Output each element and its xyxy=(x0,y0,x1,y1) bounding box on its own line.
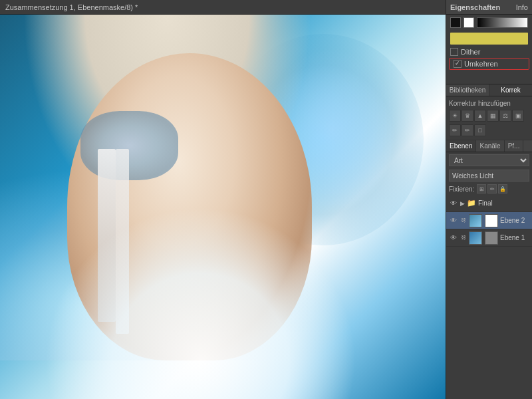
fix-icon-lock[interactable]: 🔒 xyxy=(498,184,507,194)
korrektur-icon-edit2[interactable]: ✏ xyxy=(462,124,473,136)
korrektur-icon-sun[interactable]: ☀ xyxy=(449,110,461,122)
umkehren-checkbox[interactable] xyxy=(454,60,462,68)
eigenschaften-title: Eigenschaften xyxy=(450,3,516,11)
layer-thumb-ebene1 xyxy=(469,231,482,245)
eye-icon-ebene2[interactable]: 👁 xyxy=(449,216,458,225)
umkehren-row: Umkehren xyxy=(449,58,529,70)
layer-item-ebene1[interactable]: 👁 ⛓ Ebene 1 xyxy=(446,229,532,247)
eigenschaften-panel: Eigenschaften Info Dither Umkehren xyxy=(446,0,532,84)
layer-mask-ebene2 xyxy=(485,214,498,227)
blend-mode-input[interactable] xyxy=(449,170,529,182)
tab-ebenen[interactable]: Ebenen xyxy=(446,140,476,152)
korrektur-icon-scale[interactable]: ⚖ xyxy=(499,110,511,122)
layer-name-final: Final xyxy=(478,200,529,207)
white-swatch[interactable] xyxy=(464,17,474,28)
jewel-mask xyxy=(80,111,178,180)
fix-icon-pen[interactable]: ✏ xyxy=(487,184,497,194)
tab-bibliotheken[interactable]: Bibliotheken xyxy=(446,84,489,96)
gradient-row xyxy=(446,15,532,31)
info-title: Info xyxy=(516,3,528,11)
layer-name-ebene2: Ebene 2 xyxy=(500,217,529,224)
black-swatch[interactable] xyxy=(450,17,461,28)
tab-bar: Zusammensetzung 1, Ebenenmaske/8) * xyxy=(0,0,446,15)
ebenen-tabs: Ebenen Kanäle Pf... xyxy=(446,140,532,152)
dither-row: Dither xyxy=(446,47,532,57)
dither-checkbox[interactable] xyxy=(450,48,458,56)
app-container: Zusammensetzung 1, Ebenenmaske/8) * Eige… xyxy=(0,0,532,399)
panel-header-row: Eigenschaften Info xyxy=(446,0,532,15)
gradient-bar[interactable] xyxy=(477,17,528,28)
tab-label: Zusammensetzung 1, Ebenenmaske/8) * xyxy=(5,3,138,11)
blend-mode-row xyxy=(446,168,532,183)
art-dropdown[interactable]: Art xyxy=(449,154,529,166)
tab-kanaele[interactable]: Kanäle xyxy=(476,140,504,152)
korrektur-icon-square[interactable]: ▣ xyxy=(512,110,524,122)
spacer xyxy=(446,70,532,84)
canvas-image xyxy=(0,15,446,399)
ebenen-panel: Art Fixieren: ⊞ ✏ 🔒 👁 ▶ 📁 Final xyxy=(446,152,532,399)
korrektur-icons-row2: ✏ ✏ □ xyxy=(449,123,529,138)
bibliotheken-korrektur-tabs: Bibliotheken Korrek xyxy=(446,84,532,96)
chain-icon-ebene2[interactable]: ⛓ xyxy=(460,216,467,225)
canvas-area: Zusammensetzung 1, Ebenenmaske/8) * xyxy=(0,0,446,399)
chain-icon-ebene1[interactable]: ⛓ xyxy=(460,233,467,243)
right-panel: Eigenschaften Info Dither Umkehren xyxy=(446,0,532,399)
fixieren-label: Fixieren: xyxy=(449,186,474,193)
layer-item-ebene2[interactable]: 👁 ⛓ Ebene 2 xyxy=(446,212,532,229)
eye-icon-final[interactable]: 👁 xyxy=(449,199,458,208)
korrektur-icon-edit1[interactable]: ✏ xyxy=(449,124,461,136)
layer-mask-ebene1 xyxy=(485,231,498,245)
folder-icon-final: 📁 xyxy=(467,199,476,207)
korrektur-icon-box[interactable]: □ xyxy=(474,124,486,136)
folder-arrow-final: ▶ xyxy=(460,200,465,207)
umkehren-label: Umkehren xyxy=(464,60,498,68)
korrektur-label: Korrektur hinzufügen xyxy=(449,98,529,108)
korrektur-section: Korrektur hinzufügen ☀ ♛ ▲ ▦ ⚖ ▣ ✏ ✏ □ xyxy=(446,96,532,140)
tab-pfade[interactable]: Pf... xyxy=(505,140,524,152)
korrektur-icon-triangle[interactable]: ▲ xyxy=(474,110,486,122)
layer-item-final[interactable]: 👁 ▶ 📁 Final xyxy=(446,195,532,212)
eye-icon-ebene1[interactable]: 👁 xyxy=(449,233,458,243)
layer-name-ebene1: Ebene 1 xyxy=(500,234,529,241)
korrektur-icon-crown[interactable]: ♛ xyxy=(462,110,473,122)
white-cloud xyxy=(45,207,356,399)
korrektur-icon-grid[interactable]: ▦ xyxy=(487,110,499,122)
yellow-bar[interactable] xyxy=(450,33,528,45)
korrektur-icons-row1: ☀ ♛ ▲ ▦ ⚖ ▣ xyxy=(449,108,529,123)
layer-thumb-ebene2 xyxy=(469,214,482,227)
dither-label: Dither xyxy=(461,48,480,56)
fixieren-row: Fixieren: ⊞ ✏ 🔒 xyxy=(446,183,532,195)
ebenen-controls: Art xyxy=(446,152,532,168)
tab-korrektur[interactable]: Korrek xyxy=(489,84,532,96)
fix-icon-grid[interactable]: ⊞ xyxy=(477,184,486,194)
